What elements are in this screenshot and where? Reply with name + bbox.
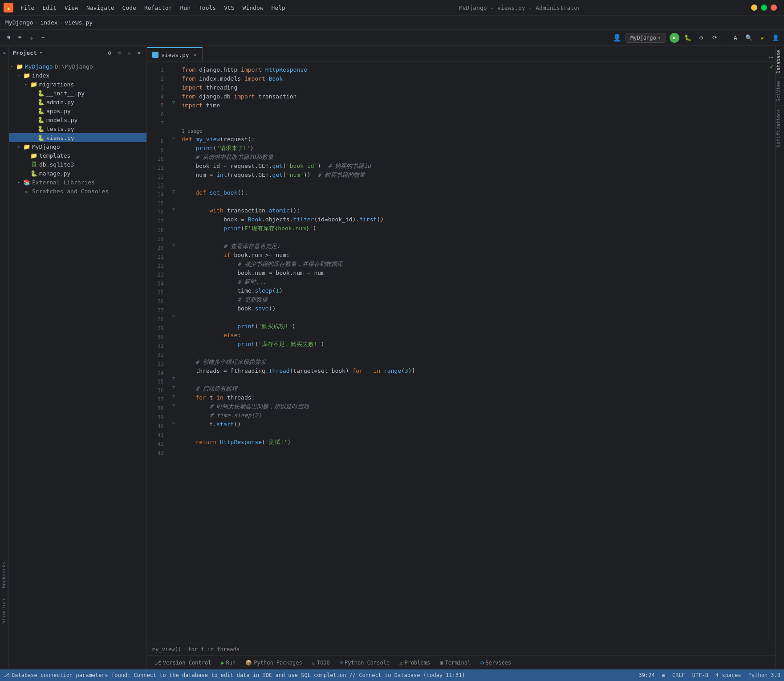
menu-file[interactable]: File [17,3,38,12]
tree-item-db[interactable]: 🗄 db.sqlite3 [9,160,146,169]
tree-item-views[interactable]: 🐍 views.py [9,133,146,142]
user-icon[interactable]: 👤 [612,33,622,43]
tree-item-mydjango-root[interactable]: ▾ 📁 MyDjango D:\MyDjango [9,62,146,71]
tree-item-scratches[interactable]: ✏ Scratches and Consoles [9,187,146,196]
code-line-38: # 时间太块就会出问题，所以延时启动 [178,402,768,411]
tab-close-icon[interactable]: × [194,52,197,58]
bookmarks-label[interactable]: Bookmarks [1,558,7,592]
tab-label-problems: Problems [404,660,430,666]
tree-item-tests[interactable]: 🐍 tests.py [9,124,146,133]
menu-vcs[interactable]: VCS [220,3,238,12]
tab-terminal[interactable]: ▣ Terminal [435,658,475,668]
menu-help[interactable]: Help [268,3,289,12]
toolbar-translate-icon[interactable]: A [731,33,740,43]
tree-label-migrations: migrations [39,81,74,88]
toolbar-icon-1[interactable]: ⊞ [4,33,13,43]
tab-todo[interactable]: ☑ TODO [308,658,334,668]
toolbar-icon-3[interactable]: ⬦ [27,33,37,43]
breadcrumb-index[interactable]: index [40,19,57,26]
tab-label-views: views.py [161,52,189,58]
window-controls [751,4,777,11]
maximize-button[interactable] [761,4,767,11]
close-button[interactable] [771,4,777,11]
toolbar-search-icon[interactable]: 🔍 [744,33,754,43]
status-indent[interactable]: 4 spaces [715,672,741,678]
code-content[interactable]: from django.http import HttpResponse fro… [178,62,768,644]
sidebar-sciview[interactable]: SciView [776,77,784,105]
path-forloop[interactable]: for t in threads [188,646,240,652]
scroll-indicator: ✓ [768,62,775,644]
code-line-30: else: [178,331,768,340]
toolbar-clock-icon[interactable]: ⟳ [710,33,719,43]
debug-icon[interactable]: 🐛 [683,33,693,43]
toolbar-profile-icon[interactable]: 👤 [771,33,780,43]
tree-item-manage[interactable]: 🐍 manage.py [9,169,146,178]
gear-icon[interactable]: ⚙ [106,49,114,57]
menu-run[interactable]: Run [177,3,194,12]
folder-icon: 📁 [16,63,23,70]
code-line-33: # 创建多个线程来模拟并发 [178,358,768,367]
vcs-icon: ⎇ [155,660,161,666]
status-position[interactable]: 39:24 [639,672,655,678]
code-line-usage: 1 usage [178,128,768,135]
folder-icon: 📁 [30,152,37,159]
more-tabs-icon[interactable]: ⋯ [769,53,773,61]
menu-edit[interactable]: Edit [39,3,60,12]
sidebar-notifications[interactable]: Notifications [776,105,784,151]
scratches-icon: ✏ [23,188,30,195]
tab-views-py[interactable]: views.py × [147,47,203,61]
toolbar-run-icon2[interactable]: ⚙ [696,33,706,43]
sidebar-database[interactable]: Database [776,46,784,77]
collapse-icon[interactable]: ≡ [115,49,123,57]
tree-item-external[interactable]: ▸ 📚 External Libraries [9,178,146,187]
minimize-button[interactable] [751,4,757,11]
menu-view[interactable]: View [61,3,82,12]
breadcrumb-views[interactable]: views.py [65,19,93,26]
close-panel-icon[interactable]: × [135,49,143,57]
tree-item-index[interactable]: ▾ 📁 index [9,71,146,80]
path-myview[interactable]: my_view() [152,646,181,652]
menu-navigate[interactable]: Navigate [83,3,118,12]
status-crlf[interactable]: CRLF [672,672,685,678]
code-line-11: book_id = request.GET.get('book_id') # 购… [178,162,768,171]
status-lang[interactable]: Python 3.8 [748,672,780,678]
run-button[interactable]: ▶ [670,33,679,43]
menu-window[interactable]: Window [239,3,267,12]
sort-icon[interactable]: ⬦ [125,49,133,57]
status-charset[interactable]: UTF-8 [692,672,708,678]
tree-item-admin[interactable]: 🐍 admin.py [9,98,146,106]
tree-item-mydjango-inner[interactable]: ▸ 📁 MyDjango [9,142,146,151]
tree-item-init[interactable]: 🐍 __init__.py [9,89,146,98]
tree-label-path: D:\MyDjango [55,63,93,70]
toolbar-ai-icon[interactable]: ★ [757,33,767,43]
tree-item-migrations[interactable]: ▸ 📁 migrations [9,80,146,89]
tab-problems[interactable]: ⚠ Problems [395,658,435,668]
structure-label[interactable]: Structure [1,594,7,628]
terminal-icon: ▣ [440,660,443,666]
breadcrumb-sep1: › [35,19,39,26]
tab-python-console[interactable]: ⌨ Python Console [335,658,394,668]
tab-version-control[interactable]: ⎇ Version Control [150,658,215,668]
run-configuration[interactable]: MyDjango ▾ [626,33,666,43]
tab-label-pypkg: Python Packages [254,660,302,666]
code-line-39: # time.sleep(2) [178,411,768,420]
tree-item-templates[interactable]: 📁 templates [9,151,146,160]
breadcrumb-mydjango[interactable]: MyDjango [5,19,33,26]
tab-python-packages[interactable]: 📦 Python Packages [241,658,306,668]
code-line-3: import threading [178,83,768,92]
menu-code[interactable]: Code [119,3,140,12]
tab-run[interactable]: ▶ Run [216,658,240,668]
menu-refactor[interactable]: Refactor [141,3,176,12]
code-line-18: print(F'现有库存{book.num}') [178,224,768,233]
tab-python-icon [152,52,158,58]
code-line-41 [178,429,768,438]
tree-label-models: models.py [46,117,77,123]
toolbar-icon-2[interactable]: ≡ [15,33,25,43]
menu-tools[interactable]: Tools [195,3,219,12]
tree-item-apps[interactable]: 🐍 apps.py [9,106,146,115]
project-icon[interactable]: P [1,49,8,57]
code-line-5: import time [178,101,768,110]
tab-services[interactable]: ⚙ Services [476,658,516,668]
toolbar-icon-4[interactable]: − [38,33,48,43]
tree-item-models[interactable]: 🐍 models.py [9,115,146,124]
